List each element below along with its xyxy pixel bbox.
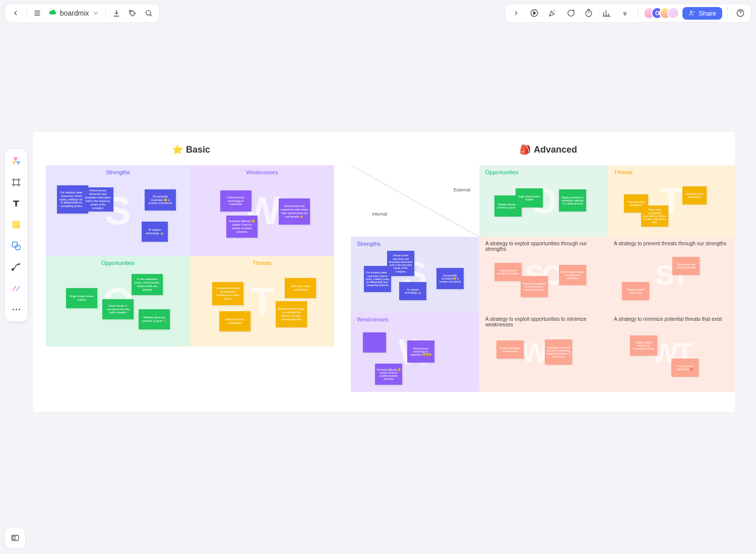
play-button[interactable] [527, 6, 542, 21]
quadrant-opportunities[interactable]: O Opportunities Huge virtual human marke… [46, 256, 190, 347]
sticky-note[interactable]: Explore the research of cross-border e-c… [521, 276, 548, 297]
advanced-swot[interactable]: External Internal O Opportunities Relate… [351, 165, 735, 392]
divider [26, 8, 27, 19]
confetti-button[interactable] [545, 6, 560, 21]
sticky-note[interactable]: Staying from the resource template [672, 257, 700, 275]
sticky-note[interactable]: Successfully incubated 😊 a number of pro… [145, 189, 176, 211]
cell-opportunities[interactable]: O Opportunities Related demands continue… [479, 165, 608, 237]
frame-tool[interactable] [8, 174, 24, 190]
sticky-note[interactable]: There were competitors controlled by Zhi… [641, 205, 668, 227]
sticky-note[interactable]: Huge virtual human market [516, 188, 543, 207]
strategy-text: A strategy to prevent threats through ou… [614, 241, 729, 246]
cell-st[interactable]: ST A strategy to prevent threats through… [608, 237, 735, 312]
cell-title: Opportunities [485, 169, 518, 175]
canvas[interactable]: ⭐ Basic 🎒 Advanced S Strengths Our exist… [33, 132, 735, 411]
sticky-note[interactable]: Successfully incubated 😊 a number of pro… [436, 268, 464, 289]
sticky-note[interactable]: AI support technology 🤖 [399, 282, 426, 300]
sticky-note[interactable]: Huge virtual human market [66, 288, 97, 308]
user-plus-icon [688, 10, 696, 17]
cell-title: Threats [614, 169, 633, 175]
sticky-note[interactable]: Virtual human resources and templates ha… [82, 187, 113, 212]
pages-panel-button[interactable] [5, 528, 25, 548]
sticky-note[interactable] [363, 332, 386, 353]
advanced-title[interactable]: 🎒 Advanced [520, 144, 577, 155]
sticky-note[interactable]: Develop virtual human IP business [494, 263, 522, 281]
chart-button[interactable] [599, 6, 614, 21]
sticky-note[interactable]: Investigate the whole process of marketi… [545, 339, 572, 365]
more-tools[interactable] [8, 301, 24, 317]
diagonal-line [351, 165, 479, 237]
divider [105, 8, 106, 19]
sticky-note[interactable]: More and more competitors [219, 311, 250, 331]
quad-title: Threats [253, 260, 271, 266]
cell-axis[interactable]: External Internal [351, 165, 479, 237]
cell-threats[interactable]: T Threats There are many competitors Mor… [608, 165, 735, 237]
basic-swot[interactable]: S Strengths Our existing material resour… [46, 165, 334, 347]
menu-button[interactable] [30, 6, 45, 21]
sticky-note[interactable]: Competitive product development investme… [212, 282, 243, 305]
search-button[interactable] [141, 6, 156, 21]
svg-rect-9 [13, 221, 20, 229]
sticky-note-tool[interactable] [8, 217, 24, 233]
sticky-note[interactable]: Virtual human resources and templates ha… [387, 251, 414, 276]
sticky-note[interactable]: AI support technology 🤖 [142, 222, 168, 242]
document-title-dropdown[interactable]: boardmix [46, 8, 102, 18]
sticky-note[interactable]: Virtual human technology is expensive [220, 190, 251, 212]
svg-marker-6 [14, 158, 18, 162]
cell-wo[interactable]: WO A strategy to exploit opportunities t… [479, 312, 608, 392]
divider [638, 8, 638, 19]
shapes-tool[interactable] [8, 153, 24, 169]
basic-title[interactable]: ⭐ Basic [172, 144, 210, 155]
svg-marker-8 [12, 161, 16, 165]
cell-so[interactable]: SO A strategy to exploit opportunities t… [479, 237, 608, 312]
svg-marker-7 [16, 161, 20, 165]
connector-tool[interactable] [8, 259, 24, 275]
share-label: Share [699, 10, 716, 17]
help-button[interactable] [733, 6, 748, 21]
sticky-note[interactable]: Develop related technology [622, 282, 649, 300]
label-internal: Internal [372, 212, 387, 217]
backpack-icon: 🎒 [520, 144, 531, 155]
sticky-note[interactable]: Cross-border e-commerce has the policy s… [102, 299, 134, 319]
svg-rect-14 [13, 536, 16, 539]
sticky-note[interactable]: Metaverse technology is controlled by Zh… [276, 301, 307, 327]
label-external: External [454, 187, 470, 192]
sticky-note[interactable]: More and more competitors [682, 186, 707, 204]
tag-button[interactable] [125, 6, 140, 21]
sticky-note[interactable]: More in-depth research of incubated prod… [630, 335, 657, 356]
sticky-note[interactable]: In the metaverse crack, virtual human-re… [132, 274, 163, 295]
pen-tool[interactable] [8, 280, 24, 296]
quadrant-threats[interactable]: T Threats Competitive product developmen… [190, 256, 334, 347]
sticky-note[interactable]: Related demands continue to grow 🌱 [139, 309, 170, 329]
shape-outline-tool[interactable] [8, 238, 24, 254]
text-tool[interactable] [8, 195, 24, 212]
collaborator-avatars[interactable]: O [643, 7, 679, 19]
sticky-note[interactable]: Virtual human technology is expensive 😅😅… [407, 340, 434, 363]
sticky-note[interactable]: Technical difficulty 😣 makes it hard to … [375, 364, 402, 385]
more-down-button[interactable] [617, 6, 633, 21]
back-button[interactable] [8, 6, 23, 21]
share-button[interactable]: Share [682, 7, 722, 20]
basic-title-text: Basic [186, 145, 210, 155]
sticky-note[interactable]: There are many competitors [285, 278, 316, 298]
sticky-note[interactable]: Enrich virtual human resources and templ… [559, 265, 586, 285]
strategy-text: A strategy to exploit opportunities to m… [485, 316, 602, 327]
cell-weaknesses[interactable]: W Weaknesses Virtual human technology is… [351, 312, 479, 392]
cell-wt[interactable]: WT A strategy to minimize potential thre… [608, 312, 735, 392]
sticky-note[interactable]: Rapid production of marketing materials … [559, 189, 586, 212]
cell-strengths[interactable]: S Strengths Our existing material resour… [351, 237, 479, 312]
sticky-note[interactable]: Develop templates for core users [496, 340, 524, 359]
avatar[interactable] [667, 7, 679, 19]
sticky-note[interactable]: Virtual hosts and metaverse video have h… [279, 198, 310, 225]
timer-button[interactable] [581, 6, 596, 21]
quadrant-weaknesses[interactable]: W Weaknesses Virtual human technology is… [190, 165, 334, 256]
advanced-title-text: Advanced [534, 145, 577, 155]
quad-title: Opportunities [101, 260, 134, 266]
quadrant-strengths[interactable]: S Strengths Our existing material resour… [46, 165, 190, 256]
comment-button[interactable] [563, 6, 578, 21]
expand-button[interactable] [509, 6, 524, 21]
svg-point-4 [690, 11, 692, 13]
sticky-note[interactable]: Focus on real experience 🎯 [671, 359, 699, 377]
download-button[interactable] [109, 6, 124, 21]
sticky-note[interactable]: Technical difficulty 😣 makes it hard to … [226, 216, 258, 238]
